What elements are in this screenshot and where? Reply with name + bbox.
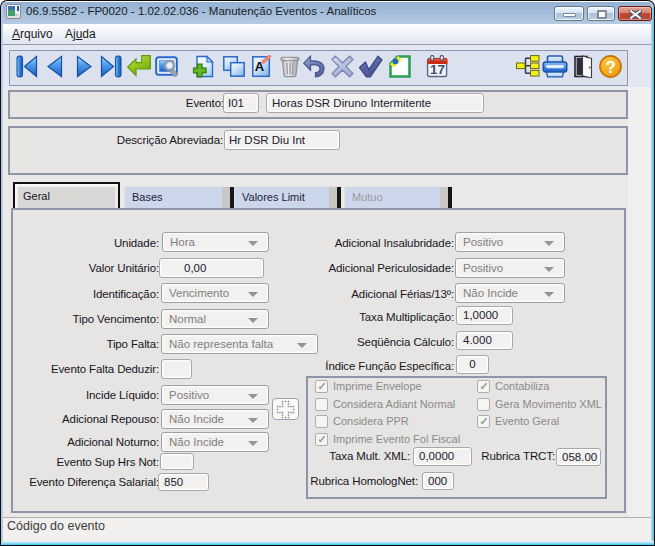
svg-text:17: 17 [430, 62, 445, 77]
svg-text:?: ? [606, 58, 616, 76]
